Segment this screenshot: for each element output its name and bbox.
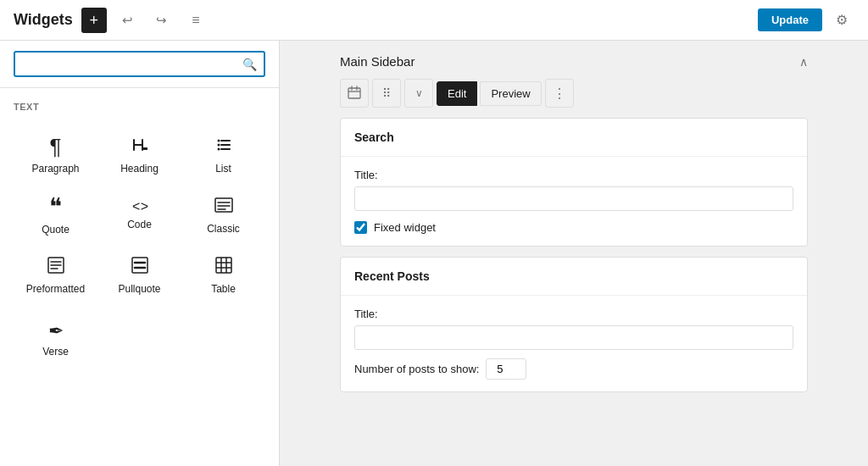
search-widget-block: Search Title: Fixed widget [340,118,808,247]
widget-label-table: Table [211,283,236,295]
classic-icon [214,196,234,218]
paragraph-icon: ¶ [50,136,62,158]
widget-label-preformatted: Preformatted [26,283,85,295]
dots-icon: ⋮ [553,86,566,102]
search-title-label: Title: [354,169,793,181]
drag-handle-button[interactable]: ⠿ [372,79,401,108]
widget-label-list: List [215,163,231,175]
undo-button[interactable]: ↩ [115,8,141,33]
edit-button[interactable]: Edit [437,81,477,106]
widget-item-heading[interactable]: Heading [97,124,181,183]
list-icon: ≡ [192,13,199,28]
plus-icon: + [90,13,99,28]
search-title-input[interactable] [354,186,793,211]
widget-item-table[interactable]: Table [181,244,265,303]
widget-label-paragraph: Paragraph [31,163,79,175]
main-layout: 🔍 TEXT ¶ Paragraph [0,41,868,466]
number-posts-input[interactable] [486,358,526,380]
undo-icon: ↩ [122,13,133,28]
topbar-left: Widgets + ↩ ↪ ≡ [14,8,209,33]
text-section-label: TEXT [14,102,265,112]
main-sidebar-header: Main Sidebar ∧ [340,54,808,69]
svg-rect-18 [216,258,231,273]
collapse-icon: ∧ [799,55,808,69]
update-button[interactable]: Update [758,8,822,31]
recent-posts-widget-body: Title: Number of posts to show: [341,296,807,391]
svg-rect-23 [348,88,360,98]
widget-list: TEXT ¶ Paragraph Heading [0,88,279,466]
topbar-right: Update ⚙ [758,8,854,33]
page-title: Widgets [14,11,73,29]
calendar-icon [348,86,361,102]
widget-area-container: Main Sidebar ∧ [320,41,828,416]
number-posts-label: Number of posts to show: [354,363,479,375]
redo-icon: ↪ [156,13,167,28]
widget-item-preformatted[interactable]: Preformatted [14,244,97,303]
widget-label-pullquote: Pullquote [118,283,160,295]
search-box: 🔍 [14,51,265,77]
fixed-widget-row: Fixed widget [354,221,793,234]
add-block-button[interactable]: + [81,8,107,33]
widget-item-verse[interactable]: ✒ Verse [14,310,97,366]
verse-icon: ✒ [48,322,64,341]
preview-button[interactable]: Preview [480,81,541,106]
more-options-button[interactable]: ⋮ [545,79,574,108]
widget-search-area: 🔍 [0,41,279,88]
widget-item-quote[interactable]: ❝ Quote [14,183,97,244]
drag-icon: ⠿ [382,86,391,100]
chevron-button[interactable]: ∨ [404,79,433,108]
widget-label-verse: Verse [42,346,69,358]
block-toolbar: ⠿ ∨ Edit Preview ⋮ [340,79,808,108]
settings-button[interactable]: ⚙ [829,8,854,33]
widget-item-pullquote[interactable]: Pullquote [97,244,181,303]
svg-rect-15 [132,258,147,273]
fixed-widget-label: Fixed widget [374,221,436,234]
search-widget-title: Search [341,119,807,157]
number-posts-row: Number of posts to show: [354,358,793,380]
verse-row: ✒ Verse [14,310,265,366]
calendar-button[interactable] [340,79,369,108]
search-widget-body: Title: Fixed widget [341,157,807,246]
widget-label-code: Code [127,219,152,230]
heading-icon [131,136,149,158]
widget-label-classic: Classic [207,223,240,235]
preformatted-icon [47,256,65,278]
recent-posts-title-label: Title: [354,308,793,320]
pullquote-icon [131,256,149,278]
search-input[interactable] [22,56,242,72]
svg-point-4 [217,140,220,142]
widget-item-paragraph[interactable]: ¶ Paragraph [14,124,97,183]
gear-icon: ⚙ [836,12,848,28]
code-icon: < > [132,200,147,214]
search-icon: 🔍 [242,58,257,71]
widget-item-list[interactable]: List [181,124,265,183]
widget-item-classic[interactable]: Classic [181,183,265,244]
sidebar-panel: 🔍 TEXT ¶ Paragraph [0,41,280,466]
main-sidebar-title: Main Sidebar [340,54,415,69]
chevron-down-icon: ∨ [415,87,423,99]
list-icon [214,136,233,158]
widget-label-heading: Heading [120,163,159,175]
svg-rect-0 [142,147,147,150]
svg-point-6 [217,148,220,151]
redo-button[interactable]: ↪ [149,8,175,33]
widget-label-quote: Quote [42,224,70,236]
topbar: Widgets + ↩ ↪ ≡ Update ⚙ [0,0,868,41]
fixed-widget-checkbox[interactable] [354,221,367,234]
quote-icon: ❝ [49,195,62,219]
widget-grid: ¶ Paragraph Heading [14,124,265,303]
document-list-button[interactable]: ≡ [183,8,209,33]
recent-posts-widget-block: Recent Posts Title: Number of posts to s… [340,257,808,392]
collapse-button[interactable]: ∧ [799,55,808,69]
recent-posts-title-input[interactable] [354,325,793,350]
content-area: Main Sidebar ∧ [280,41,868,466]
table-icon [214,256,233,278]
svg-point-5 [217,144,220,147]
widget-item-code[interactable]: < > Code [97,183,181,244]
recent-posts-widget-title: Recent Posts [341,258,807,296]
